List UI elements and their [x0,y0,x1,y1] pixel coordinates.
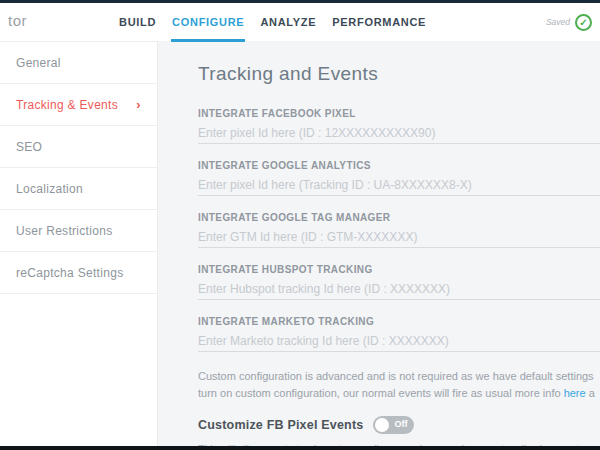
google-tag-manager-input[interactable] [198,226,600,248]
sidebar-item-user-restrictions[interactable]: User Restrictions [0,210,157,252]
tab-performance[interactable]: PERFORMANCE [331,4,427,40]
more-info-link[interactable]: here [564,387,586,399]
nav-tabs: BUILD CONFIGURE ANALYZE PERFORMANCE [118,3,427,41]
saved-check-icon: ✓ [575,14,592,31]
google-analytics-input[interactable] [198,174,600,196]
sidebar-item-label: Localization [16,182,83,196]
tab-build[interactable]: BUILD [118,4,157,40]
save-status: Saved ✓ [546,3,592,41]
toggle-knob [375,418,389,432]
fb-pixel-events-label: Customize FB Pixel Events [198,418,363,432]
sidebar-item-label: User Restrictions [16,224,112,238]
sidebar-item-label: SEO [16,140,42,154]
fb-pixel-events-toggle[interactable]: Off [373,416,414,434]
sidebar-item-tracking-events[interactable]: Tracking & Events › [0,84,157,126]
field-label: INTEGRATE GOOGLE ANALYTICS [198,160,600,171]
facebook-pixel-input[interactable] [198,122,600,144]
sidebar-item-recaptcha-settings[interactable]: reCaptcha Settings [0,252,157,294]
main-content: Tracking and Events INTEGRATE FACEBOOK P… [158,41,600,446]
tab-configure[interactable]: CONFIGURE [171,4,245,40]
sidebar-item-label: reCaptcha Settings [16,266,123,280]
settings-sidebar: General Tracking & Events › SEO Localiza… [0,41,158,446]
tab-analyze[interactable]: ANALYZE [259,4,317,40]
chevron-right-icon: › [136,97,141,112]
field-label: INTEGRATE FACEBOOK PIXEL [198,108,600,119]
field-google-analytics: INTEGRATE GOOGLE ANALYTICS [198,160,600,196]
field-label: INTEGRATE MARKETO TRACKING [198,316,600,327]
sidebar-item-general[interactable]: General [0,42,157,84]
field-facebook-pixel: INTEGRATE FACEBOOK PIXEL [198,108,600,144]
page-title: Tracking and Events [198,63,600,85]
note-line-1: Custom configuration is advanced and is … [198,368,600,385]
field-label: INTEGRATE HUBSPOT TRACKING [198,264,600,275]
fb-pixel-events-row: Customize FB Pixel Events Off [198,416,600,434]
field-google-tag-manager: INTEGRATE GOOGLE TAG MANAGER [198,212,600,248]
sidebar-item-label: General [16,56,61,70]
marketo-tracking-input[interactable] [198,330,600,352]
hubspot-tracking-input[interactable] [198,278,600,300]
app-logo-text: tor [8,12,27,29]
note-line-2: turn on custom configuration, our normal… [198,385,600,402]
field-hubspot-tracking: INTEGRATE HUBSPOT TRACKING [198,264,600,300]
sidebar-item-label: Tracking & Events [16,98,118,112]
toggle-state-label: Off [394,419,407,429]
bottom-window-strip [0,446,600,450]
saved-status-label: Saved [546,17,570,27]
top-nav: tor BUILD CONFIGURE ANALYZE PERFORMANCE … [0,3,600,41]
field-label: INTEGRATE GOOGLE TAG MANAGER [198,212,600,223]
sidebar-item-localization[interactable]: Localization [0,168,157,210]
field-marketo-tracking: INTEGRATE MARKETO TRACKING [198,316,600,352]
sidebar-item-seo[interactable]: SEO [0,126,157,168]
custom-config-note: Custom configuration is advanced and is … [198,368,600,402]
